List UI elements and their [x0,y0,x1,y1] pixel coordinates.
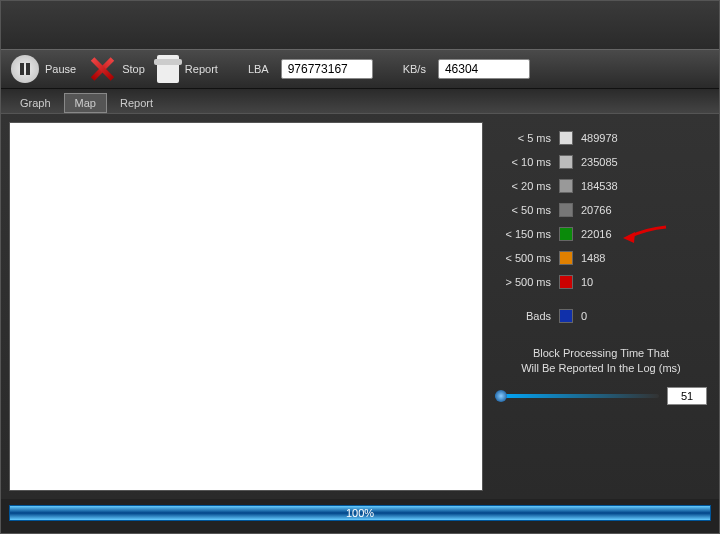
pause-label: Pause [45,63,76,75]
annotation-arrow-icon [621,224,671,248]
legend-label: < 50 ms [491,204,551,216]
pause-button[interactable]: Pause [11,55,76,83]
legend-count: 235085 [581,156,618,168]
legend-panel: < 5 ms 489978 < 10 ms 235085 < 20 ms 184… [491,122,711,491]
report-label: Report [185,63,218,75]
content-area: < 5 ms 489978 < 10 ms 235085 < 20 ms 184… [1,114,719,499]
legend-row: < 150 ms 22016 [491,222,711,246]
legend-count: 20766 [581,204,612,216]
kbs-field[interactable] [438,59,530,79]
report-icon [157,55,179,83]
legend-label: < 10 ms [491,156,551,168]
legend-row: < 500 ms 1488 [491,246,711,270]
pause-icon [11,55,39,83]
toolbar: Pause Stop Report LBA KB/s [1,49,719,89]
slider-value-field[interactable] [667,387,707,405]
lba-field[interactable] [281,59,373,79]
legend-color [559,275,573,289]
lba-label: LBA [248,63,269,75]
bads-count: 0 [581,310,587,322]
legend-label: < 500 ms [491,252,551,264]
tab-graph[interactable]: Graph [9,93,62,113]
legend-color [559,203,573,217]
progress-area: 100% [1,499,719,533]
legend-label: < 20 ms [491,180,551,192]
bads-color [559,309,573,323]
slider-section: Block Processing Time That Will Be Repor… [491,346,711,405]
stop-label: Stop [122,63,145,75]
legend-color [559,251,573,265]
legend-count-value: 22016 [581,228,612,240]
legend-label: > 500 ms [491,276,551,288]
legend-color [559,227,573,241]
legend-color [559,155,573,169]
legend-label: < 5 ms [491,132,551,144]
stop-button[interactable]: Stop [88,55,145,83]
legend-row: < 50 ms 20766 [491,198,711,222]
legend-count: 489978 [581,132,618,144]
legend-color [559,131,573,145]
stop-icon [88,55,116,83]
legend-row: < 20 ms 184538 [491,174,711,198]
bads-label: Bads [491,310,551,322]
tab-map[interactable]: Map [64,93,107,113]
legend-row: > 500 ms 10 [491,270,711,294]
legend-row: < 5 ms 489978 [491,126,711,150]
legend-count: 1488 [581,252,605,264]
tab-report[interactable]: Report [109,93,164,113]
legend-color [559,179,573,193]
legend-count: 10 [581,276,593,288]
slider-text-2: Will Be Reported In the Log (ms) [491,361,711,376]
report-button[interactable]: Report [157,55,218,83]
slider-knob[interactable] [495,390,507,402]
tab-bar: Graph Map Report [1,89,719,114]
progress-bar: 100% [9,505,711,521]
slider-text-1: Block Processing Time That [491,346,711,361]
titlebar-area [1,1,719,49]
legend-count: 184538 [581,180,618,192]
slider-row [491,387,711,405]
slider-track[interactable] [495,394,659,398]
kbs-label: KB/s [403,63,426,75]
app-window: Pause Stop Report LBA KB/s Graph Map Rep… [0,0,720,534]
progress-text: 100% [346,507,374,519]
legend-label: < 150 ms [491,228,551,240]
legend-count: 22016 [581,228,612,240]
map-canvas [9,122,483,491]
legend-row-bads: Bads 0 [491,304,711,328]
legend-row: < 10 ms 235085 [491,150,711,174]
